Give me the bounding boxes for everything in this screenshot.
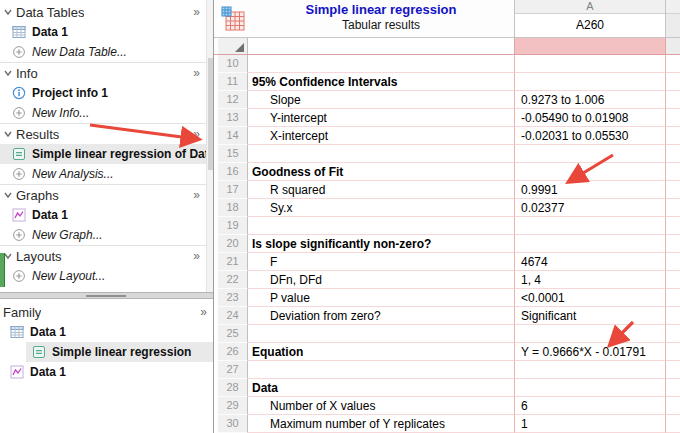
row-number-17[interactable]: 17 <box>218 181 248 199</box>
row-number-25[interactable]: 25 <box>218 325 248 343</box>
sidebar-section-data-tables-more-button[interactable]: » <box>193 2 200 22</box>
row-22-label-cell[interactable]: DFn, DFd <box>248 271 514 289</box>
row-10-label-cell[interactable] <box>248 55 514 73</box>
row-19-overflow-cell[interactable] <box>666 217 680 235</box>
row-number-16[interactable]: 16 <box>218 163 248 181</box>
row-25-label-cell[interactable] <box>248 325 514 343</box>
row-number-20[interactable]: 20 <box>218 235 248 253</box>
sidebar-section-info[interactable]: Info» <box>0 63 206 83</box>
sidebar-item-new-data-table[interactable]: New Data Table... <box>0 42 206 62</box>
row-26-value-cell[interactable]: Y = 0.9666*X - 0.01791 <box>514 343 666 361</box>
row-number-10[interactable]: 10 <box>218 55 248 73</box>
row-22-overflow-cell[interactable] <box>666 271 680 289</box>
sidebar-section-results[interactable]: Results» <box>0 124 206 144</box>
row-14-value-cell[interactable]: -0.02031 to 0.05530 <box>514 127 666 145</box>
sidebar-item-simple-linear-regression-of-dat[interactable]: Simple linear regression of Dat... <box>0 144 206 164</box>
row-21-overflow-cell[interactable] <box>666 253 680 271</box>
row-number-13[interactable]: 13 <box>218 109 248 127</box>
row-16-overflow-cell[interactable] <box>666 163 680 181</box>
row-28-overflow-cell[interactable] <box>666 379 680 397</box>
row-29-overflow-cell[interactable] <box>666 397 680 415</box>
family-more-button[interactable]: » <box>200 302 207 322</box>
sidebar-section-results-more-button[interactable]: » <box>193 124 200 144</box>
row-28-label-cell[interactable]: Data <box>248 379 514 397</box>
sidebar-item-new-layout[interactable]: New Layout... <box>0 266 206 286</box>
row-27-overflow-cell[interactable] <box>666 361 680 379</box>
row-14-overflow-cell[interactable] <box>666 127 680 145</box>
row-20-overflow-cell[interactable] <box>666 235 680 253</box>
row-15-value-cell[interactable] <box>514 145 666 163</box>
row-23-label-cell[interactable]: P value <box>248 289 514 307</box>
sidebar-section-info-more-button[interactable]: » <box>193 63 200 83</box>
sidebar-section-layouts-more-button[interactable]: » <box>193 246 200 266</box>
row-11-label-cell[interactable]: 95% Confidence Intervals <box>248 73 514 91</box>
row-12-overflow-cell[interactable] <box>666 91 680 109</box>
row-19-value-cell[interactable] <box>514 217 666 235</box>
row-23-overflow-cell[interactable] <box>666 289 680 307</box>
sidebar-section-graphs-more-button[interactable]: » <box>193 185 200 205</box>
row-number-30[interactable]: 30 <box>218 415 248 433</box>
row-16-label-cell[interactable]: Goodness of Fit <box>248 163 514 181</box>
row-20-label-cell[interactable]: Is slope significantly non-zero? <box>248 235 514 253</box>
row-21-label-cell[interactable]: F <box>248 253 514 271</box>
row-21-value-cell[interactable]: 4674 <box>514 253 666 271</box>
row-17-overflow-cell[interactable] <box>666 181 680 199</box>
row-23-value-cell[interactable]: <0.0001 <box>514 289 666 307</box>
row-30-value-cell[interactable]: 1 <box>514 415 666 433</box>
row-number-12[interactable]: 12 <box>218 91 248 109</box>
row-number-11[interactable]: 11 <box>218 73 248 91</box>
row-number-28[interactable]: 28 <box>218 379 248 397</box>
row-26-label-cell[interactable]: Equation <box>248 343 514 361</box>
row-29-label-cell[interactable]: Number of X values <box>248 397 514 415</box>
sidebar-section-graphs[interactable]: Graphs» <box>0 185 206 205</box>
row-24-label-cell[interactable]: Deviation from zero? <box>248 307 514 325</box>
row-12-label-cell[interactable]: Slope <box>248 91 514 109</box>
column-a-title[interactable]: A260 <box>515 14 665 37</box>
row-number-14[interactable]: 14 <box>218 127 248 145</box>
row-26-overflow-cell[interactable] <box>666 343 680 361</box>
row-25-value-cell[interactable] <box>514 325 666 343</box>
row-18-value-cell[interactable]: 0.02377 <box>514 199 666 217</box>
row-number-21[interactable]: 21 <box>218 253 248 271</box>
row-19-label-cell[interactable] <box>248 217 514 235</box>
row-number-19[interactable]: 19 <box>218 217 248 235</box>
row-10-overflow-cell[interactable] <box>666 55 680 73</box>
family-item-simple-linear-regression[interactable]: Simple linear regression <box>26 342 213 362</box>
row-15-label-cell[interactable] <box>248 145 514 163</box>
row-16-value-cell[interactable] <box>514 163 666 181</box>
column-a-selection-band[interactable] <box>514 38 666 54</box>
sidebar-item-project-info-1[interactable]: Project info 1 <box>0 83 206 103</box>
sidebar-section-data-tables[interactable]: Data Tables» <box>0 2 206 22</box>
row-14-label-cell[interactable]: X-intercept <box>248 127 514 145</box>
sidebar-item-new-info[interactable]: New Info... <box>0 103 206 123</box>
row-number-24[interactable]: 24 <box>218 307 248 325</box>
select-all-cell[interactable] <box>218 38 248 54</box>
row-30-label-cell[interactable]: Maximum number of Y replicates <box>248 415 514 433</box>
panel-splitter[interactable] <box>0 292 213 299</box>
row-number-22[interactable]: 22 <box>218 271 248 289</box>
sidebar-item-new-graph[interactable]: New Graph... <box>0 225 206 245</box>
row-27-label-cell[interactable] <box>248 361 514 379</box>
row-30-overflow-cell[interactable] <box>666 415 680 433</box>
row-number-18[interactable]: 18 <box>218 199 248 217</box>
row-28-value-cell[interactable] <box>514 379 666 397</box>
row-number-15[interactable]: 15 <box>218 145 248 163</box>
row-number-23[interactable]: 23 <box>218 289 248 307</box>
column-a-letter[interactable]: A <box>515 0 665 14</box>
row-29-value-cell[interactable]: 6 <box>514 397 666 415</box>
column-a-header[interactable]: A A260 <box>514 0 666 37</box>
row-12-value-cell[interactable]: 0.9273 to 1.006 <box>514 91 666 109</box>
sidebar-scrollbar[interactable] <box>206 0 213 292</box>
family-item-data-1[interactable]: Data 1 <box>0 322 213 342</box>
row-10-value-cell[interactable] <box>514 55 666 73</box>
row-20-value-cell[interactable] <box>514 235 666 253</box>
family-header[interactable]: Family » <box>0 302 213 322</box>
row-number-26[interactable]: 26 <box>218 343 248 361</box>
sidebar-section-layouts[interactable]: Layouts» <box>0 246 206 266</box>
sidebar-item-data-1[interactable]: Data 1 <box>0 205 206 225</box>
row-22-value-cell[interactable]: 1, 4 <box>514 271 666 289</box>
sidebar-item-data-1[interactable]: Data 1 <box>0 22 206 42</box>
row-18-label-cell[interactable]: Sy.x <box>248 199 514 217</box>
row-number-29[interactable]: 29 <box>218 397 248 415</box>
row-13-label-cell[interactable]: Y-intercept <box>248 109 514 127</box>
